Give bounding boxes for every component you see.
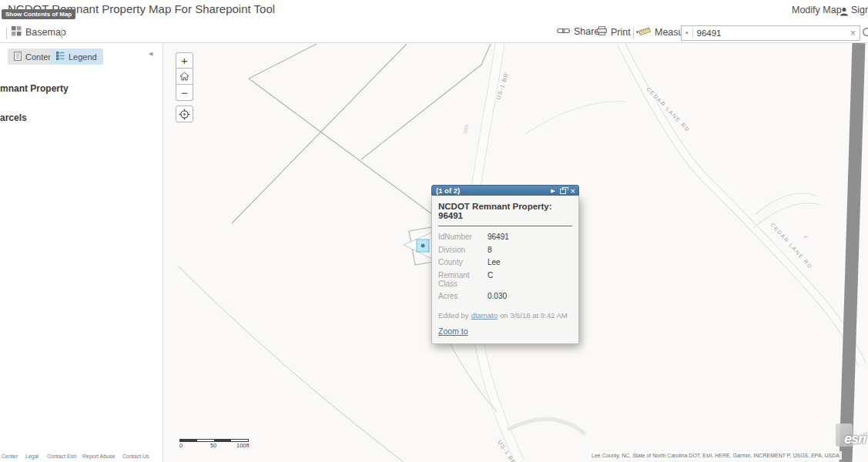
basemap-button[interactable]: Basemap (12, 26, 66, 38)
table-row: Acres 0.030 (438, 292, 572, 300)
zoom-to-link[interactable]: Zoom to (438, 326, 468, 336)
collapse-panel-icon[interactable]: ◀ (149, 51, 152, 57)
locate-icon (179, 109, 190, 120)
home-button[interactable] (176, 69, 193, 85)
attribute-table: IdNumber 96491 Division 8 County Lee Rem… (438, 233, 572, 300)
legend-layer-remnant-property: mnant Property (0, 83, 69, 94)
basemap-grid-icon (12, 26, 22, 38)
toolbar-separator (6, 27, 7, 39)
search-input[interactable] (693, 28, 846, 38)
popup-body: NCDOT Remnant Property: 96491 IdNumber 9… (431, 196, 579, 344)
table-row: IdNumber 96491 (438, 233, 572, 241)
zoom-controls: + − (176, 52, 193, 101)
popup-pager: (1 of 2) (436, 186, 460, 195)
footer-link-report-abuse[interactable]: Report Abuse (82, 454, 115, 459)
find-my-location-button[interactable] (176, 105, 193, 122)
printer-icon (597, 26, 607, 38)
edited-by-line: Edited bydtamatoon 3/6/18 at 9:42 AM (438, 311, 572, 320)
tab-legend[interactable]: Legend (50, 49, 103, 65)
home-icon (179, 72, 189, 81)
search-clear-icon[interactable]: × (846, 28, 860, 38)
map-attribution: Lee County, NC, State of North Carolina … (589, 451, 842, 460)
table-row: County Lee (438, 258, 572, 266)
scalebar-tick: 0 (179, 442, 183, 449)
popup-dock-icon[interactable] (560, 189, 566, 194)
search-icon[interactable] (862, 27, 868, 42)
ruler-icon (638, 26, 651, 38)
zoom-in-button[interactable]: + (176, 52, 193, 69)
scalebar-tick: 50 (210, 442, 216, 449)
sign-in-button[interactable]: Sign (851, 5, 868, 15)
toolbar-separator (62, 27, 62, 39)
side-panel: Content Legend ◀ mnant Property arcels (0, 43, 163, 462)
toolbar-separator (633, 27, 634, 39)
footer-link-contact-esri[interactable]: Contact Esri (47, 454, 76, 459)
table-row: Remnant Class C (438, 271, 572, 288)
footer-link-center[interactable]: Center (2, 454, 18, 459)
feature-popup: (1 of 2) ▶ × NCDOT Remnant Property: 964… (431, 185, 579, 344)
popup-close-icon[interactable]: × (571, 187, 575, 195)
selected-feature-point (421, 244, 425, 248)
show-contents-tooltip: Show Contents of Map (2, 9, 75, 19)
zoom-out-button[interactable]: − (176, 85, 193, 101)
search-dropdown-icon[interactable]: ▾ (682, 30, 692, 36)
content-page-icon (14, 52, 22, 62)
scalebar: 0 50 100ft (179, 439, 249, 449)
scalebar-tick: 100ft (236, 442, 250, 449)
popup-title: NCDOT Remnant Property: 96491 (438, 202, 572, 226)
footer-link-legal[interactable]: Legal (25, 454, 39, 459)
legend-list-icon (56, 52, 65, 62)
person-icon (840, 5, 849, 19)
popup-header[interactable]: (1 of 2) ▶ × (431, 185, 579, 196)
share-button[interactable]: Share (557, 26, 599, 37)
one-way-arrow-icon: ← (801, 231, 809, 240)
table-row: Division 8 (438, 246, 572, 254)
editor-user-link[interactable]: dtamato (471, 311, 498, 320)
road-label-ramp: 350 (462, 124, 469, 135)
legend-layer-parcels: arcels (0, 112, 27, 123)
search-box[interactable]: ▾ × (681, 25, 860, 41)
modify-map-button[interactable]: Modify Map (792, 5, 842, 15)
share-link-icon (557, 26, 570, 37)
footer-link-contact-us[interactable]: Contact Us (122, 454, 149, 459)
popup-next-icon[interactable]: ▶ (551, 188, 555, 194)
esri-logo[interactable]: esri (836, 422, 868, 462)
